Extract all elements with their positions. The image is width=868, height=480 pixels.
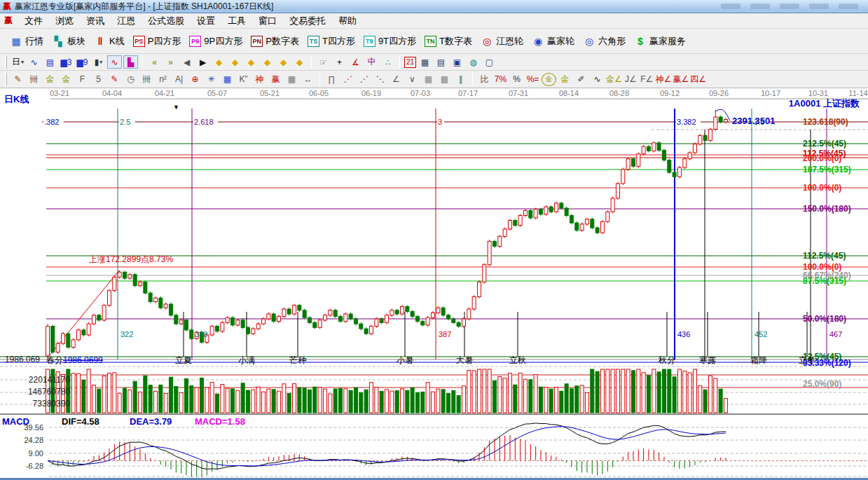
titlebar-blur-item[interactable] [809, 4, 829, 9]
menu-item-江恩[interactable]: 江恩 [111, 13, 142, 29]
save-icon[interactable]: ▣ [450, 55, 464, 69]
volume-profile-icon[interactable]: ▙ [123, 55, 138, 69]
target-circle-tool-icon[interactable]: ⊕ [188, 73, 202, 86]
winner-wheel-button[interactable]: ◉赢家轮 [528, 32, 579, 50]
si-angle-tool-icon[interactable]: 四∠ [690, 73, 706, 86]
gann-shift-right-icon[interactable]: ◆ [228, 55, 242, 69]
titlebar-blur-item[interactable] [839, 4, 858, 9]
protractor-icon[interactable]: ∡ [348, 55, 363, 69]
gann-wheel-button[interactable]: ◎江恩轮 [476, 32, 528, 50]
info-doc-icon[interactable]: ▤ [43, 55, 57, 69]
period-3-icon[interactable]: ▆3 [59, 55, 74, 69]
fan-purple-tool-icon[interactable]: ⋰ [357, 73, 371, 86]
menu-item-设置[interactable]: 设置 [191, 13, 221, 29]
menu-item-交易委托[interactable]: 交易委托 [283, 13, 332, 29]
parallel-tool-icon[interactable]: ∥ [453, 73, 468, 86]
gann-shift-left-icon[interactable]: ◆ [212, 55, 226, 69]
gold-square2-tool-icon[interactable]: 金 [59, 73, 74, 86]
period-day-selector[interactable]: 日▾ [11, 55, 25, 69]
macd-pane-title[interactable]: MACD [2, 416, 29, 427]
toolbar-grip[interactable] [5, 73, 7, 85]
calendar-21-icon[interactable]: 21 [404, 57, 416, 68]
ratio-tool-icon[interactable]: 比 [477, 73, 492, 86]
fan-red-tool-icon[interactable]: ⋰ [340, 73, 355, 86]
menu-item-帮助[interactable]: 帮助 [332, 13, 363, 29]
calculator-icon[interactable]: ▦ [418, 55, 432, 69]
frame-tool-icon[interactable]: ∏ [324, 73, 339, 86]
first-bar-icon[interactable]: « [147, 55, 162, 69]
fan-dark-tool-icon[interactable]: ⋱ [373, 73, 387, 86]
pen-tool-icon[interactable]: ✎ [11, 73, 25, 86]
star-circle-tool-icon[interactable]: ✳ [204, 73, 219, 86]
p9-square-button[interactable]: P99P四方形 [185, 32, 247, 50]
t9-square-button[interactable]: T99T四方形 [359, 32, 420, 50]
chart-area[interactable]: 03-2104-0404-2105-0705-2106-0506-1907-03… [0, 88, 868, 480]
gann-center-icon[interactable]: ◆ [292, 55, 307, 69]
shen-tool-icon[interactable]: 神 [252, 73, 267, 86]
percent-lines-tool-icon[interactable]: %= [525, 73, 540, 86]
ying-angle-tool-icon[interactable]: 赢∠ [673, 73, 689, 86]
text-tool-icon[interactable]: A| [172, 73, 186, 86]
k-quote-tool-icon[interactable]: K” [236, 73, 251, 86]
gann-cross-icon[interactable]: ◆ [260, 55, 275, 69]
hexagon-button[interactable]: ◎六角形 [579, 32, 630, 50]
percent-z-tool-icon[interactable]: 7% [493, 73, 508, 86]
purple-tool-icon[interactable]: 中 [364, 55, 379, 69]
hand-tool-icon[interactable]: ☞ [316, 55, 331, 69]
titlebar-blur-item[interactable] [780, 4, 799, 9]
angle-line-tool-icon[interactable]: ∠ [389, 73, 404, 86]
computer-icon[interactable]: ▢ [482, 55, 497, 69]
zigzag-tool-icon[interactable]: ∨ [405, 73, 420, 86]
quotes-grid-button[interactable]: ▦行情 [6, 32, 48, 50]
gold-fan-tool-icon[interactable]: 金∠ [606, 73, 622, 86]
f-ruler-tool-icon[interactable]: F [75, 73, 90, 86]
prev-bar-icon[interactable]: ◀ [179, 55, 194, 69]
red-pen-tool-icon[interactable]: ✎ [107, 73, 122, 86]
period-9-icon[interactable]: ▆9 [75, 55, 90, 69]
n2-tool-icon[interactable]: n² [156, 73, 170, 86]
trend-line[interactable] [49, 270, 119, 356]
crosshair-icon[interactable]: + [332, 55, 347, 69]
menu-item-公式选股[interactable]: 公式选股 [142, 13, 191, 29]
menu-item-工具[interactable]: 工具 [221, 13, 252, 29]
percent-tool-icon[interactable]: % [509, 73, 524, 86]
ying-tool-icon[interactable]: 赢 [268, 73, 283, 86]
p-square-button[interactable]: PSP四方形 [129, 32, 186, 50]
t-square-button[interactable]: TST四方形 [303, 32, 359, 50]
triangle-marker-icon[interactable]: ▼ [173, 104, 179, 111]
p-table-button[interactable]: PNP数字表 [247, 32, 303, 50]
titlebar-quick-links[interactable] [721, 4, 865, 9]
title-bar[interactable]: 赢 赢家江恩专业版[赢家内部服务平台] - [上证指数 SH1A0001-167… [0, 0, 868, 13]
candle-style-selector[interactable]: ▮▾ [91, 55, 106, 69]
gann-plus-icon[interactable]: ◆ [276, 55, 291, 69]
network-icon[interactable]: ◍ [466, 55, 481, 69]
last-bar-icon[interactable]: » [163, 55, 178, 69]
brush-tool-icon[interactable]: ✐ [574, 73, 588, 86]
sectors-button[interactable]: ▚板块 [48, 32, 90, 50]
gann-shift-both-icon[interactable]: ◆ [244, 55, 259, 69]
teal-tool-icon[interactable]: ∴ [380, 55, 395, 69]
j-angle-tool-icon[interactable]: J∠ [624, 73, 638, 86]
f-angle-tool-icon[interactable]: F∠ [640, 73, 654, 86]
ruler-tool-icon[interactable]: 卌 [27, 73, 41, 86]
span-arrow-tool-icon[interactable]: ↔ [301, 73, 315, 86]
kline-button[interactable]: ‖K线 [90, 32, 129, 50]
menu-item-资讯[interactable]: 资讯 [80, 13, 111, 29]
time-cycle-tool-icon[interactable]: ◷ [123, 73, 138, 86]
t-table-button[interactable]: TNT数字表 [420, 32, 476, 50]
minute-chart-icon[interactable]: ∿ [27, 55, 41, 69]
toolbar-grip[interactable] [5, 56, 7, 69]
grid-a-tool-icon[interactable]: ▦ [421, 73, 436, 86]
notes-icon[interactable]: ▤ [434, 55, 448, 69]
shen-angle-tool-icon[interactable]: 神∠ [656, 73, 672, 86]
grid-square-tool-icon[interactable]: ▦ [220, 73, 235, 86]
menu-item-浏览[interactable]: 浏览 [49, 13, 80, 29]
winner-service-button[interactable]: $赢家服务 [630, 32, 690, 50]
grid-123-tool-icon[interactable]: ▦ [284, 73, 299, 86]
menu-item-窗口[interactable]: 窗口 [252, 13, 283, 29]
menu-item-文件[interactable]: 文件 [18, 13, 49, 29]
ruler2-tool-icon[interactable]: 卌 [139, 73, 154, 86]
titlebar-blur-item[interactable] [750, 4, 770, 9]
gold-square-tool-icon[interactable]: 金 [43, 73, 57, 86]
wave-a-tool-icon[interactable]: ∿ [590, 73, 605, 86]
